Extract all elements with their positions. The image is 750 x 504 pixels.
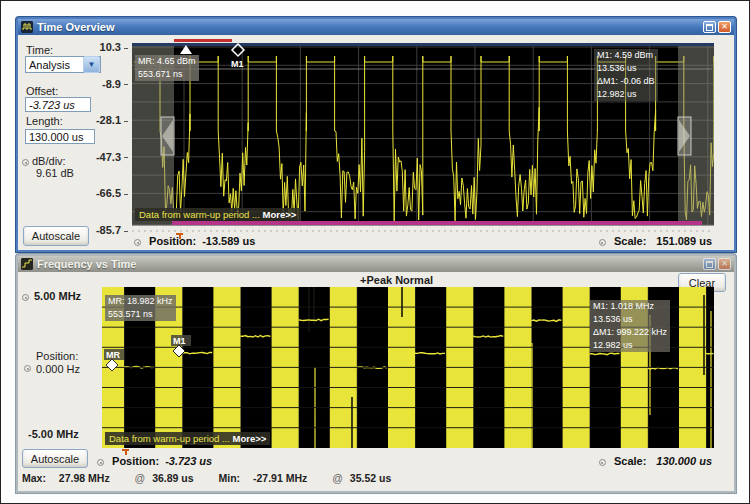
right-region-handle[interactable]: [678, 117, 691, 155]
y-axis-tick: -28.1: [96, 114, 128, 126]
adjust-icon[interactable]: [97, 459, 104, 466]
mr-readout: MR: 4.65 dBm553.671 ns: [135, 55, 199, 81]
position-readout: Position:-13.589 us: [134, 235, 255, 247]
warmup-banner[interactable]: Data from warm-up period ... More>>: [105, 432, 270, 445]
max-min-stats: Max: 27.98 MHz @ 36.89 us Min: -27.91 MH…: [22, 472, 391, 484]
autoscale-button[interactable]: Autoscale: [22, 449, 88, 468]
marker-mr-label: MR: [106, 350, 120, 360]
position-readout: Position:-3.723 us: [97, 455, 212, 467]
y-axis-tick: -66.5: [96, 187, 128, 199]
marker-m1-label: M1: [173, 336, 186, 346]
left-region-handle[interactable]: [161, 117, 174, 155]
restore-button[interactable]: [703, 258, 716, 270]
more-link[interactable]: More>>: [233, 433, 267, 444]
detector-label: +Peak Normal: [360, 274, 433, 286]
y-min-label: -5.00 MHz: [28, 428, 79, 440]
y-axis-top: 10.3-8.9-28.1-47.3-66.5-85.7: [18, 19, 128, 254]
frequency-vs-time-plot[interactable]: MRM1 MR: 18.982 kHz553.571 ns M1: 1.018 …: [102, 287, 714, 455]
y-max-label: 5.00 MHz: [34, 290, 81, 302]
y-axis-tick: -85.7: [96, 224, 128, 236]
analysis-time-bar[interactable]: [174, 39, 232, 42]
warmup-banner[interactable]: Data from warm-up period ... More>>: [135, 208, 300, 221]
adjust-icon[interactable]: [599, 239, 606, 246]
adjust-icon[interactable]: [24, 365, 31, 372]
freq-position-label: Position:: [36, 350, 78, 362]
y-axis-tick: -47.3: [96, 151, 128, 163]
frequency-vs-time-window: Frequency vs Time ✕ +Peak Normal Clear 5…: [16, 254, 736, 493]
scale-readout: Scale:130.000 us: [599, 455, 712, 467]
y-axis-tick: -8.9: [102, 78, 128, 90]
screenshot-root: Time Overview ✕ Time: Analysis ▼ Offset:…: [0, 0, 750, 504]
adjust-icon[interactable]: [22, 294, 29, 301]
frequency-vs-time-titlebar[interactable]: Frequency vs Time ✕: [18, 256, 734, 272]
close-button[interactable]: ✕: [718, 21, 731, 33]
time-overview-window: Time Overview ✕ Time: Analysis ▼ Offset:…: [16, 17, 736, 252]
restore-button[interactable]: [703, 21, 716, 33]
y-axis-tick: 10.3: [100, 41, 128, 53]
freq-vs-time-icon: [21, 258, 33, 270]
time-overview-plot[interactable]: M1 MR: 4.65 dBm553.671 ns M1: 4.59 dBm13…: [132, 43, 714, 239]
m1-readout: M1: 1.018 MHz13.536 us ΔM1: 999.222 kHz1…: [590, 300, 670, 352]
marker-m1-label: M1: [231, 59, 244, 69]
close-button[interactable]: ✕: [718, 258, 731, 270]
adjust-icon[interactable]: [599, 459, 606, 466]
m1-readout: M1: 4.59 dBm13.536 us ΔM1: -0.06 dB12.98…: [594, 49, 658, 101]
selection-bar[interactable]: [172, 221, 702, 225]
freq-position-value: 0.000 Hz: [36, 363, 80, 375]
more-link[interactable]: More>>: [263, 209, 297, 220]
window-title: Frequency vs Time: [37, 258, 136, 270]
adjust-icon[interactable]: [134, 239, 141, 246]
scale-readout: Scale:151.089 us: [599, 235, 712, 247]
mr-readout: MR: 18.982 kHz553.571 ns: [105, 295, 176, 321]
